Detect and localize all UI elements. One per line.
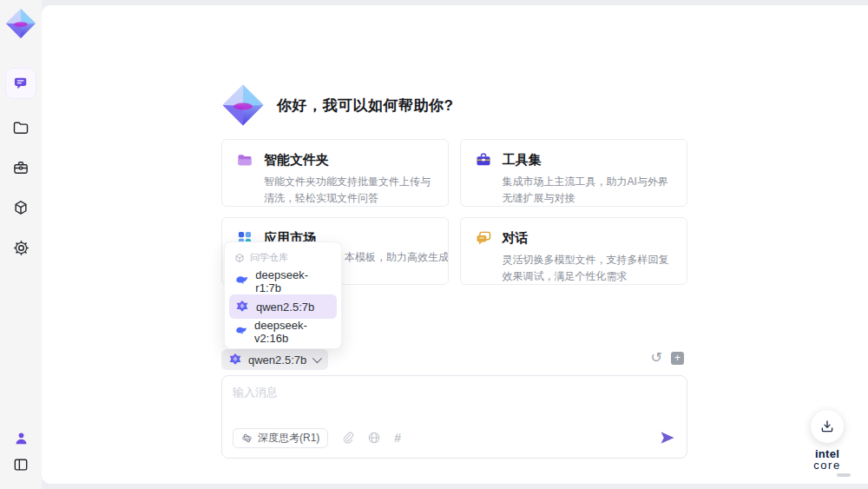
card-desc: 集成市场上主流工具，助力AI与外界无缝扩展与对接: [503, 174, 673, 206]
send-icon: [659, 429, 676, 446]
message-input-card: 深度思考(R1) #: [221, 375, 687, 459]
model-dropdown: 问学仓库 deepseek-r1:7b qw: [224, 241, 342, 349]
sidebar-item-models[interactable]: [6, 193, 36, 222]
toolset-icon: [475, 151, 492, 169]
input-bottom-bar: 深度思考(R1) #: [233, 427, 676, 448]
attachment-icon[interactable]: [342, 431, 354, 445]
download-button[interactable]: [811, 410, 844, 443]
new-chat-icon[interactable]: +: [671, 352, 684, 365]
card-toolset[interactable]: 工具集 集成市场上主流工具，助力AI与外界无缝扩展与对接: [460, 139, 687, 207]
model-option-deepseek-r1[interactable]: deepseek-r1:7b: [229, 269, 337, 294]
sidebar-item-settings[interactable]: [6, 233, 36, 262]
deep-think-label: 深度思考(R1): [258, 431, 319, 446]
model-dropdown-header-label: 问学仓库: [250, 251, 288, 264]
deepseek-icon: [235, 325, 247, 339]
message-input[interactable]: [233, 385, 675, 420]
chevron-down-icon: [312, 354, 322, 363]
panel-layout-icon: [12, 456, 30, 473]
model-dropdown-header: 问学仓库: [229, 247, 337, 269]
atom-icon: [241, 433, 253, 444]
history-icon[interactable]: ↺: [651, 351, 662, 365]
card-desc-partial: 本模板，助力高效生成多: [345, 250, 449, 265]
deepseek-icon: [235, 274, 248, 288]
model-selector-button[interactable]: qwen2.5:7b: [221, 349, 328, 370]
dialogue-icon: [475, 229, 492, 247]
deep-think-toggle[interactable]: 深度思考(R1): [233, 428, 328, 448]
smart-folder-icon: [236, 151, 253, 169]
card-desc: 智能文件夹功能支持批量文件上传与清洗，轻松实现文件问答: [264, 174, 434, 206]
cube-icon: [12, 199, 30, 216]
sidebar-item-chat[interactable]: [6, 69, 36, 98]
card-dialogue[interactable]: 对话 灵活切换多模型文件，支持多样回复效果调试，满足个性化需求: [460, 217, 687, 285]
send-button[interactable]: [659, 429, 676, 446]
sidebar: [0, 0, 42, 489]
globe-icon[interactable]: [367, 431, 381, 445]
greeting-text: 你好，我可以如何帮助你?: [277, 96, 453, 116]
model-option-qwen[interactable]: qwen2.5:7b: [229, 294, 337, 319]
hash-icon[interactable]: #: [394, 431, 401, 445]
chat-icon: [12, 75, 30, 92]
content-column: 你好，我可以如何帮助你? 智能文件夹 智能文件夹功能支持批量文件上传与清洗，轻松…: [221, 5, 687, 484]
card-title: 智能文件夹: [264, 152, 329, 169]
greeting-logo-icon: [221, 83, 265, 127]
card-title: 工具集: [503, 152, 542, 169]
intel-core-badge: intel core: [800, 448, 854, 477]
sidebar-item-account[interactable]: [6, 423, 36, 453]
sidebar-item-toolbox[interactable]: [6, 153, 36, 182]
gear-icon: [12, 239, 30, 257]
model-option-label: deepseek-r1:7b: [255, 268, 331, 294]
briefcase-icon: [12, 159, 30, 176]
repository-icon: [234, 253, 245, 263]
app-logo: [4, 7, 37, 40]
card-title: 对话: [503, 230, 529, 247]
app-logo-icon: [5, 8, 36, 39]
model-option-deepseek-v2[interactable]: deepseek-v2:16b: [229, 320, 337, 344]
user-icon: [13, 430, 30, 446]
model-option-label: deepseek-v2:16b: [254, 319, 331, 345]
main-panel: 你好，我可以如何帮助你? 智能文件夹 智能文件夹功能支持批量文件上传与清洗，轻松…: [42, 5, 868, 484]
card-smart-folder[interactable]: 智能文件夹 智能文件夹功能支持批量文件上传与清洗，轻松实现文件问答: [221, 139, 449, 207]
intel-badge-subtext: [837, 473, 851, 477]
model-option-label: qwen2.5:7b: [256, 301, 314, 314]
greeting: 你好，我可以如何帮助你?: [221, 83, 453, 127]
card-desc: 灵活切换多模型文件，支持多样回复效果调试，满足个性化需求: [503, 252, 673, 284]
chat-toolbar: qwen2.5:7b ↺ +: [221, 349, 687, 372]
download-icon: [819, 419, 835, 434]
intel-product-text: core: [813, 459, 840, 472]
folder-icon: [12, 119, 30, 136]
sidebar-item-collapse-panel[interactable]: [6, 450, 36, 479]
bottom-right-widgets: intel core: [800, 410, 854, 477]
model-selector-label: qwen2.5:7b: [248, 354, 306, 367]
qwen-icon: [228, 353, 242, 367]
qwen-icon: [235, 300, 249, 314]
sidebar-item-folders[interactable]: [6, 113, 36, 142]
